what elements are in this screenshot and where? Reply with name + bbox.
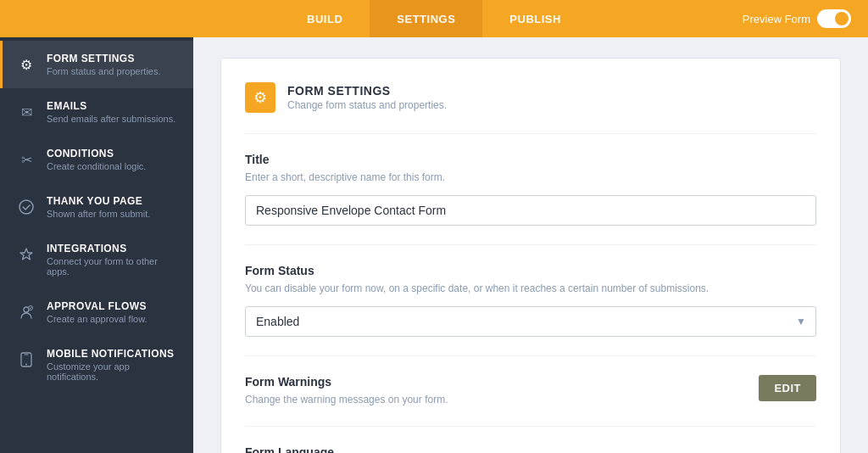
tab-publish[interactable]: PUBLISH (482, 0, 588, 37)
section-gear-icon: ⚙ (245, 82, 275, 113)
edit-button[interactable]: EDIT (759, 375, 816, 401)
sidebar-label-emails: EMAILS (47, 100, 175, 112)
sidebar-sublabel-form-settings: Form status and properties. (47, 66, 161, 76)
checkmark-icon (16, 197, 36, 217)
form-status-select-wrap: Enabled Disabled Scheduled ▼ (245, 306, 816, 337)
title-input[interactable] (245, 195, 816, 226)
form-status-field-group: Form Status You can disable your form no… (245, 244, 816, 355)
main-content: ⚙ FORM SETTINGS Change form status and p… (193, 37, 868, 453)
sidebar-label-thank-you: THANK YOU PAGE (47, 195, 150, 207)
preview-form-label: Preview Form (743, 13, 810, 25)
form-language-label: Form Language (245, 445, 816, 453)
sidebar-sublabel-emails: Send emails after submissions. (47, 114, 175, 124)
preview-form-toggle[interactable] (817, 9, 851, 28)
form-status-label: Form Status (245, 264, 816, 277)
title-label: Title (245, 153, 816, 166)
form-warnings-field-group: Form Warnings Change the warning message… (245, 355, 816, 426)
sidebar-item-integrations[interactable]: INTEGRATIONS Connect your form to other … (0, 231, 193, 288)
nav-tabs: BUILD SETTINGS PUBLISH (280, 0, 588, 37)
email-icon: ✉ (16, 102, 36, 122)
conditions-icon: ✂ (16, 149, 36, 170)
sidebar-label-integrations: INTEGRATIONS (47, 243, 180, 254)
warnings-row: Form Warnings Change the warning message… (245, 375, 816, 407)
sidebar-item-form-settings[interactable]: ⚙ FORM SETTINGS Form status and properti… (0, 41, 193, 88)
sidebar-sublabel-thank-you: Shown after form submit. (47, 209, 150, 219)
section-header: ⚙ FORM SETTINGS Change form status and p… (245, 82, 816, 113)
sidebar-sublabel-conditions: Create conditional logic. (47, 161, 146, 171)
mobile-icon (16, 350, 36, 370)
sidebar-sublabel-mobile: Customize your app notifications. (47, 361, 180, 382)
preview-form-toggle-area: Preview Form (743, 9, 851, 28)
section-title: FORM SETTINGS (287, 84, 447, 98)
svg-point-4 (25, 364, 27, 366)
section-subtitle: Change form status and properties. (287, 99, 447, 111)
tab-settings[interactable]: SETTINGS (370, 0, 482, 37)
form-settings-card: ⚙ FORM SETTINGS Change form status and p… (220, 58, 841, 453)
sidebar-label-conditions: CONDITIONS (47, 148, 146, 159)
gear-icon: ⚙ (16, 54, 36, 75)
form-warnings-desc: Change the warning messages on your form… (245, 392, 448, 407)
sidebar-label-approval: APPROVAL FLOWS (47, 300, 147, 312)
sidebar-item-thank-you-page[interactable]: THANK YOU PAGE Shown after form submit. (0, 183, 193, 231)
tab-build[interactable]: BUILD (280, 0, 370, 37)
sidebar-item-emails[interactable]: ✉ EMAILS Send emails after submissions. (0, 88, 193, 136)
svg-point-0 (19, 200, 33, 214)
form-warnings-label: Form Warnings (245, 375, 448, 389)
title-desc: Enter a short, descriptive name for this… (245, 170, 816, 185)
form-status-select[interactable]: Enabled Disabled Scheduled (245, 306, 816, 337)
sidebar-sublabel-integrations: Connect your form to other apps. (47, 256, 180, 277)
approval-icon (16, 302, 36, 322)
layout: ⚙ FORM SETTINGS Form status and properti… (0, 37, 868, 453)
form-language-field-group: Form Language Please select the language… (245, 426, 816, 453)
integrations-icon (16, 244, 36, 265)
top-nav: BUILD SETTINGS PUBLISH Preview Form (0, 0, 868, 37)
form-status-desc: You can disable your form now, on a spec… (245, 281, 816, 296)
sidebar-item-mobile-notifications[interactable]: MOBILE NOTIFICATIONS Customize your app … (0, 336, 193, 394)
sidebar-label-mobile: MOBILE NOTIFICATIONS (47, 348, 180, 360)
sidebar-label-form-settings: FORM SETTINGS (47, 53, 161, 64)
sidebar-sublabel-approval: Create an approval flow. (47, 314, 147, 324)
sidebar-item-approval-flows[interactable]: APPROVAL FLOWS Create an approval flow. (0, 288, 193, 336)
sidebar-item-conditions[interactable]: ✂ CONDITIONS Create conditional logic. (0, 136, 193, 183)
sidebar: ⚙ FORM SETTINGS Form status and properti… (0, 37, 193, 453)
title-field-group: Title Enter a short, descriptive name fo… (245, 133, 816, 244)
